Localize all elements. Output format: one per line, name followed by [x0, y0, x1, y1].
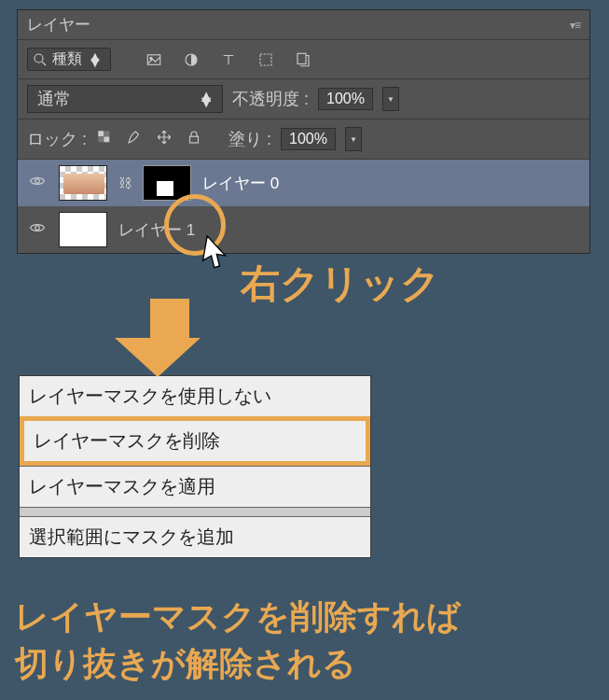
blend-mode-value: 通常 [37, 88, 71, 110]
blend-row: 通常 ▲▼ 不透明度 : 100% ▼ [18, 78, 589, 119]
context-menu-separator [20, 507, 370, 516]
svg-rect-5 [260, 54, 271, 65]
panel-title: レイヤー [27, 14, 90, 35]
svg-rect-6 [298, 53, 306, 63]
opacity-label: 不透明度 : [232, 88, 309, 110]
lock-position-icon[interactable] [156, 129, 173, 149]
link-icon[interactable]: ⛓ [118, 175, 131, 190]
fill-value[interactable]: 100% [281, 128, 336, 150]
layer-name[interactable]: レイヤー 1 [118, 219, 195, 241]
layer-row[interactable]: ⛓ レイヤー 0 [18, 160, 589, 206]
panel-header: レイヤー ▾≡ [18, 10, 589, 40]
layer-name[interactable]: レイヤー 0 [202, 173, 279, 194]
layer-thumbnail[interactable] [59, 165, 107, 201]
adjustment-layer-filter-icon[interactable] [182, 50, 201, 69]
svg-point-12 [35, 179, 40, 184]
blend-mode-dropdown[interactable]: 通常 ▲▼ [27, 85, 223, 113]
lock-label: ロック : [27, 128, 87, 150]
type-layer-filter-icon[interactable] [219, 50, 238, 69]
lock-row: ロック : 塗り : 100% ▼ [18, 119, 589, 159]
layer-list: ⛓ レイヤー 0 レイヤー 1 [18, 159, 589, 253]
visibility-icon[interactable] [27, 219, 48, 240]
svg-rect-9 [104, 131, 109, 136]
context-menu-item[interactable]: レイヤーマスクを適用 [20, 466, 370, 507]
context-menu: レイヤーマスクを使用しない レイヤーマスクを削除 レイヤーマスクを適用 選択範囲… [19, 375, 371, 558]
context-menu-item-highlighted[interactable]: レイヤーマスクを削除 [20, 416, 370, 466]
svg-rect-8 [104, 136, 109, 142]
visibility-icon[interactable] [27, 173, 48, 193]
shape-layer-filter-icon[interactable] [256, 50, 275, 69]
layers-panel: レイヤー ▾≡ 種類 ▲▼ 通常 [17, 9, 590, 254]
svg-rect-7 [98, 131, 104, 136]
down-arrow-annotation [138, 299, 201, 377]
lock-transparent-icon[interactable] [96, 129, 113, 149]
filter-row: 種類 ▲▼ [18, 40, 589, 78]
panel-menu-icon[interactable]: ▾≡ [570, 19, 580, 32]
fill-arrow-icon[interactable]: ▼ [345, 127, 362, 151]
svg-point-0 [35, 54, 43, 63]
filter-type-dropdown[interactable]: 種類 ▲▼ [27, 48, 111, 71]
layer-row[interactable]: レイヤー 1 [18, 206, 589, 253]
context-menu-item[interactable]: 選択範囲にマスクを追加 [20, 516, 370, 557]
filter-type-label: 種類 [52, 49, 82, 69]
fill-label: 塗り : [228, 128, 271, 150]
caption-line: 切り抜きが解除される [15, 640, 461, 687]
smart-object-filter-icon[interactable] [294, 50, 312, 69]
lock-all-icon[interactable] [186, 129, 202, 149]
svg-rect-11 [190, 136, 199, 143]
svg-line-1 [42, 62, 46, 65]
opacity-arrow-icon[interactable]: ▼ [382, 87, 399, 111]
lock-image-icon[interactable] [126, 129, 143, 149]
caption-line: レイヤーマスクを削除すれば [15, 594, 461, 640]
caption-text: レイヤーマスクを削除すれば 切り抜きが解除される [15, 594, 461, 688]
right-click-annotation: 右クリック [241, 258, 440, 310]
dropdown-arrows-icon: ▲▼ [198, 93, 215, 105]
svg-rect-10 [98, 136, 104, 142]
svg-point-13 [35, 226, 40, 231]
layer-thumbnail[interactable] [59, 212, 107, 247]
context-menu-item[interactable]: レイヤーマスクを使用しない [20, 376, 370, 416]
search-icon [32, 51, 48, 68]
pixel-layer-filter-icon[interactable] [145, 50, 163, 69]
filter-icon-row [145, 50, 312, 69]
opacity-value[interactable]: 100% [318, 88, 373, 110]
dropdown-arrows-icon: ▲▼ [88, 54, 103, 65]
layer-mask-thumbnail[interactable] [143, 165, 191, 201]
